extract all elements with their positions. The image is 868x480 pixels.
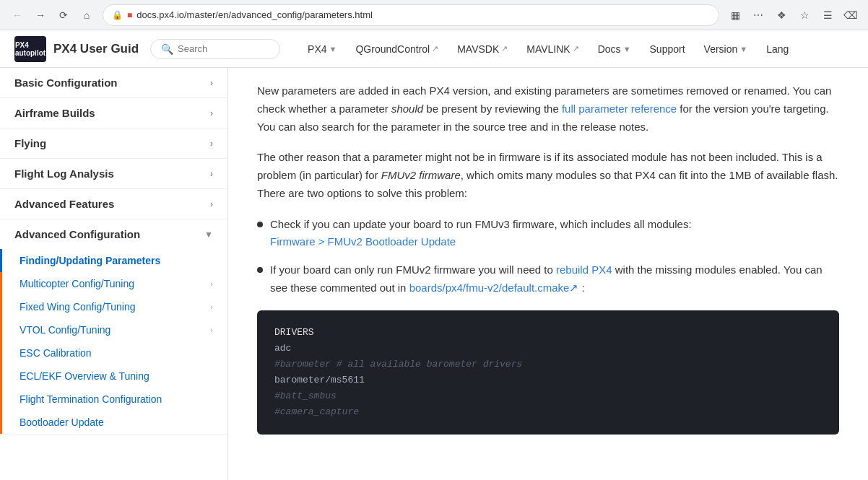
code-line-6: #camera_capture: [274, 404, 822, 420]
sidebar-item-basic-config[interactable]: Basic Configuration ›: [0, 68, 227, 97]
address-bar[interactable]: 🔒 ■: [103, 4, 719, 26]
adv-config-arrow: ▼: [204, 230, 213, 240]
sidebar-sub-flight-term[interactable]: Flight Termination Configuration: [2, 388, 227, 411]
lock-icon: 🔒: [112, 10, 123, 20]
forward-button[interactable]: →: [30, 5, 51, 25]
shield-button[interactable]: ❖: [771, 5, 791, 25]
header-nav: PX4 ▼ QGroundControl ↗ MAVSDK ↗ MAVLINK …: [299, 39, 797, 59]
sidebar-section-flight-log: Flight Log Analysis ›: [0, 159, 227, 189]
cmake-link[interactable]: boards/px4/fmu-v2/default.cmake↗: [409, 282, 579, 294]
favicon-px4: ■: [127, 10, 132, 20]
logo-area: PX4autopilot PX4 User Guid: [14, 36, 139, 62]
flight-log-arrow: ›: [210, 169, 213, 179]
url-input[interactable]: [136, 9, 710, 20]
basic-config-arrow: ›: [210, 78, 213, 88]
para1-italic: should: [391, 102, 423, 115]
sidebar: Basic Configuration › Airframe Builds › …: [0, 68, 228, 480]
nav-version[interactable]: Version ▼: [695, 39, 757, 59]
paragraph2: The other reason that a parameter might …: [257, 149, 839, 202]
nav-mavsdk[interactable]: MAVSDK ↗: [448, 39, 516, 59]
code-line-2: adc: [274, 341, 822, 357]
code-line-3: #barometer # all available barometer dri…: [274, 357, 822, 372]
browser-actions: ▦ ⋯ ❖ ☆ ☰ ⌫: [725, 5, 861, 25]
sidebar-sub-multicopter[interactable]: Multicopter Config/Tuning ›: [2, 272, 227, 295]
version-arrow: ▼: [739, 45, 747, 53]
px4-logo: PX4autopilot: [14, 36, 46, 62]
code-line-4: barometer/ms5611: [274, 372, 822, 388]
sidebar-section-advanced-features: Advanced Features ›: [0, 189, 227, 219]
code-line-1: DRIVERS: [274, 325, 822, 341]
paragraph1: New parameters are added in each PX4 ver…: [257, 82, 839, 136]
nav-support[interactable]: Support: [641, 39, 694, 59]
sidebar-sub-vtol[interactable]: VTOL Config/Tuning ›: [2, 318, 227, 341]
sidebar-sub-esc-cal[interactable]: ESC Calibration: [2, 341, 227, 365]
sidebar-section-basic: Basic Configuration ›: [0, 68, 227, 98]
flying-arrow: ›: [210, 139, 213, 149]
multicopter-sub-arrow: ›: [210, 279, 213, 288]
bullet-dot-1: [257, 222, 263, 227]
fmuv2-italic: FMUv2 firmware: [381, 169, 461, 181]
nav-qgc[interactable]: QGroundControl ↗: [347, 39, 447, 59]
bullet-dot-2: [257, 267, 263, 273]
sidebar-section-advanced-config: Advanced Configuration ▼ Finding/Updatin…: [0, 219, 227, 435]
bullet-item-2: If your board can only run FMUv2 firmwar…: [257, 261, 839, 297]
tab-icon[interactable]: ▦: [725, 5, 745, 25]
bullet1-text: Check if you can update your board to ru…: [270, 216, 692, 252]
home-button[interactable]: ⌂: [77, 5, 97, 25]
search-input[interactable]: [178, 43, 269, 54]
nav-buttons: ← → ⟳ ⌂: [7, 5, 97, 25]
reading-list[interactable]: ☰: [817, 5, 838, 25]
bootloader-link[interactable]: Firmware > FMUv2 Bootloader Update: [270, 235, 456, 248]
sidebar-toggle[interactable]: ⌫: [841, 5, 861, 25]
nav-docs[interactable]: Docs ▼: [589, 39, 640, 59]
sidebar-item-advanced-config[interactable]: Advanced Configuration ▼: [0, 219, 227, 249]
sidebar-section-airframe: Airframe Builds ›: [0, 98, 227, 128]
bullet2-text: If your board can only run FMUv2 firmwar…: [270, 261, 839, 297]
nav-lang[interactable]: Lang: [758, 39, 797, 59]
back-button[interactable]: ←: [7, 5, 27, 25]
qgc-ext-icon: ↗: [432, 44, 438, 53]
site-header: PX4autopilot PX4 User Guid 🔍 PX4 ▼ QGrou…: [0, 30, 868, 68]
sidebar-sub-ecl-ekf[interactable]: ECL/EKF Overview & Tuning: [2, 365, 227, 388]
fixed-wing-sub-arrow: ›: [210, 302, 213, 311]
bullet-item-1: Check if you can update your board to ru…: [257, 216, 839, 252]
rebuild-px4-link[interactable]: rebuild PX4: [556, 263, 612, 276]
reload-button[interactable]: ⟳: [53, 5, 74, 25]
browser-chrome: ← → ⟳ ⌂ 🔒 ■ ▦ ⋯ ❖ ☆ ☰ ⌫: [0, 0, 868, 30]
bullet-list: Check if you can update your board to ru…: [257, 216, 839, 297]
px4-arrow: ▼: [329, 45, 337, 53]
sidebar-section-flying: Flying ›: [0, 128, 227, 159]
star-button[interactable]: ☆: [794, 5, 815, 25]
airframe-arrow: ›: [210, 108, 213, 118]
main-layout: Basic Configuration › Airframe Builds › …: [0, 68, 868, 480]
mavlink-ext-icon: ↗: [573, 44, 579, 53]
sidebar-item-airframe[interactable]: Airframe Builds ›: [0, 98, 227, 128]
search-icon: 🔍: [161, 43, 173, 55]
nav-px4[interactable]: PX4 ▼: [299, 39, 345, 59]
sidebar-item-advanced-features[interactable]: Advanced Features ›: [0, 189, 227, 219]
docs-arrow: ▼: [623, 45, 631, 53]
sidebar-item-flying[interactable]: Flying ›: [0, 128, 227, 158]
code-block: DRIVERS adc #barometer # all available b…: [257, 310, 839, 435]
header-search[interactable]: 🔍: [150, 39, 280, 59]
full-param-link[interactable]: full parameter reference: [562, 102, 677, 115]
sidebar-sub-section: Finding/Updating Parameters Multicopter …: [0, 249, 227, 434]
sidebar-sub-fixed-wing[interactable]: Fixed Wing Config/Tuning ›: [2, 295, 227, 318]
sidebar-sub-bootloader[interactable]: Bootloader Update: [2, 411, 227, 434]
mavsdk-ext-icon: ↗: [501, 44, 508, 53]
more-button[interactable]: ⋯: [748, 5, 768, 25]
adv-features-arrow: ›: [210, 199, 213, 209]
nav-mavlink[interactable]: MAVLINK ↗: [518, 39, 587, 59]
vtol-sub-arrow: ›: [210, 326, 213, 334]
logo-text: PX4autopilot: [15, 41, 45, 57]
site-title: PX4 User Guid: [53, 42, 139, 56]
sidebar-item-flight-log[interactable]: Flight Log Analysis ›: [0, 159, 227, 188]
main-content: New parameters are added in each PX4 ver…: [228, 68, 868, 480]
code-line-5: #batt_smbus: [274, 388, 822, 404]
sidebar-sub-finding-params[interactable]: Finding/Updating Parameters: [0, 249, 227, 272]
